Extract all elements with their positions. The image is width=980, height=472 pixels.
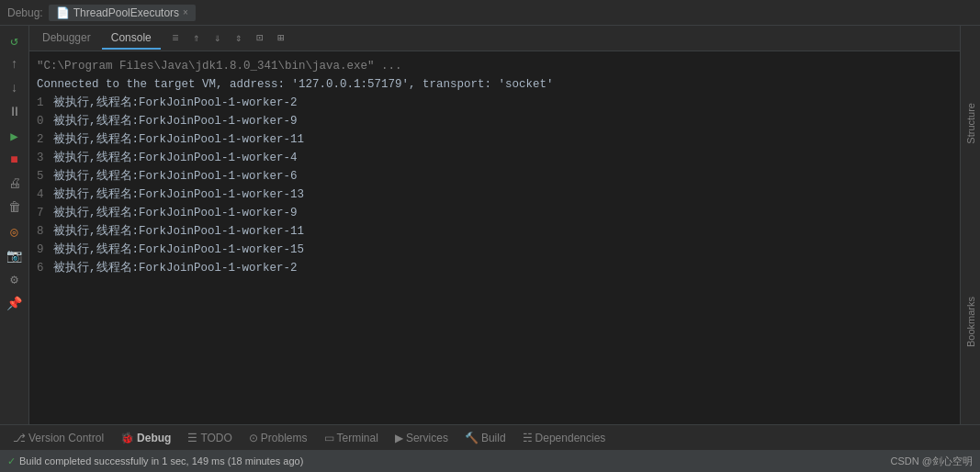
dependencies-icon: ☵ — [523, 432, 533, 444]
gear-icon[interactable]: ⚙ — [4, 268, 26, 290]
menu-icon[interactable]: ≡ — [166, 29, 185, 48]
tab-terminal[interactable]: ▭ Terminal — [317, 429, 386, 447]
panel-tabs-row: Debugger Console ≡ ⇑ ⇓ ⇕ ⊡ ⊞ — [29, 26, 960, 51]
console-line: 5被执行,线程名:ForkJoinPool-1-worker-6 — [37, 167, 952, 185]
tab-services[interactable]: ▶ Services — [388, 429, 456, 447]
debug-panel: Debugger Console ≡ ⇑ ⇓ ⇕ ⊡ ⊞ "C:\Program… — [29, 26, 960, 424]
debug-tab-label: Debug — [137, 432, 171, 444]
bookmarks-panel-label[interactable]: Bookmarks — [965, 289, 976, 354]
print-button[interactable]: 🖨 — [4, 173, 26, 195]
status-text: ✓ Build completed successfully in 1 sec,… — [7, 455, 303, 467]
problems-icon: ⊙ — [249, 432, 258, 444]
tab-dependencies[interactable]: ☵ Dependencies — [515, 429, 614, 447]
console-line: 7被执行,线程名:ForkJoinPool-1-worker-9 — [37, 204, 952, 222]
dependencies-label: Dependencies — [535, 432, 606, 444]
tab-debug[interactable]: 🐞 Debug — [113, 429, 178, 447]
tab-icon-group: ≡ ⇑ ⇓ ⇕ ⊡ ⊞ — [166, 29, 290, 48]
console-line: Connected to the target VM, address: '12… — [37, 75, 952, 94]
build-label: Build — [481, 432, 506, 444]
console-line: 9被执行,线程名:ForkJoinPool-1-worker-15 — [37, 241, 952, 259]
todo-icon: ☰ — [187, 432, 197, 444]
debug-label: Debug: — [7, 6, 43, 19]
stop-button[interactable]: ■ — [4, 149, 26, 171]
console-line: 0被执行,线程名:ForkJoinPool-1-worker-9 — [37, 112, 952, 130]
problems-label: Problems — [261, 432, 308, 444]
scroll-up-icon[interactable]: ⇑ — [187, 29, 206, 48]
tab-console[interactable]: Console — [102, 28, 161, 50]
scroll-down-icon[interactable]: ⇓ — [208, 29, 227, 48]
tab-file-icon: 📄 — [56, 6, 70, 19]
branding-text: CSDN @剑心空明 — [891, 455, 973, 468]
tab-debugger[interactable]: Debugger — [33, 28, 100, 50]
tab-problems[interactable]: ⊙ Problems — [242, 429, 315, 447]
debug-bar: Debug: 📄 ThreadPoolExecutors × — [0, 0, 980, 26]
both-scroll-icon[interactable]: ⇕ — [230, 29, 248, 48]
delete-button[interactable]: 🗑 — [4, 197, 26, 219]
layout-icon2[interactable]: ⊞ — [272, 29, 290, 48]
resume-button[interactable]: ▶ — [4, 125, 26, 147]
console-line: 3被执行,线程名:ForkJoinPool-1-worker-4 — [37, 149, 952, 167]
debug-tab-icon: 🐞 — [120, 432, 134, 444]
tab-name: ThreadPoolExecutors — [73, 6, 179, 19]
console-line: 4被执行,线程名:ForkJoinPool-1-worker-13 — [37, 185, 952, 204]
console-output[interactable]: "C:\Program Files\Java\jdk1.8.0_341\bin\… — [29, 51, 960, 424]
console-line: 1被执行,线程名:ForkJoinPool-1-worker-2 — [37, 94, 952, 112]
tab-version-control[interactable]: ⎇ Version Control — [6, 429, 111, 447]
scroll-down-button[interactable]: ↓ — [4, 77, 26, 99]
tab-todo[interactable]: ☰ TODO — [180, 429, 239, 447]
services-icon: ▶ — [395, 432, 403, 444]
terminal-label: Terminal — [337, 432, 378, 444]
pin-icon[interactable]: 📌 — [4, 292, 26, 314]
console-line: 8被执行,线程名:ForkJoinPool-1-worker-11 — [37, 222, 952, 241]
console-line: "C:\Program Files\Java\jdk1.8.0_341\bin\… — [37, 57, 952, 75]
bottom-tabs-bar: ⎇ Version Control 🐞 Debug ☰ TODO ⊙ Probl… — [0, 424, 980, 450]
settings-button[interactable]: ◎ — [4, 220, 26, 242]
build-status-icon: ✓ — [7, 455, 16, 467]
camera-button[interactable]: 📷 — [4, 244, 26, 266]
build-status-message: Build completed successfully in 1 sec, 1… — [19, 455, 303, 466]
console-line: 2被执行,线程名:ForkJoinPool-1-worker-11 — [37, 130, 952, 149]
version-control-label: Version Control — [28, 432, 104, 444]
tab-close-btn[interactable]: × — [183, 7, 188, 17]
version-control-icon: ⎇ — [13, 432, 26, 444]
status-bar: ✓ Build completed successfully in 1 sec,… — [0, 450, 980, 472]
services-label: Services — [406, 432, 448, 444]
console-line: 6被执行,线程名:ForkJoinPool-1-worker-2 — [37, 259, 952, 277]
build-icon: 🔨 — [465, 432, 479, 444]
main-area: ↺ ↑ ↓ ⏸ ▶ ■ 🖨 🗑 ◎ 📷 ⚙ 📌 Debugger Console… — [0, 26, 980, 424]
thread-pool-tab[interactable]: 📄 ThreadPoolExecutors × — [49, 5, 196, 21]
todo-label: TODO — [200, 432, 231, 444]
layout-icon1[interactable]: ⊡ — [251, 29, 269, 48]
terminal-icon: ▭ — [324, 432, 334, 444]
right-side-panel: Structure Bookmarks — [960, 26, 980, 424]
pause-button[interactable]: ⏸ — [4, 101, 26, 123]
tab-build[interactable]: 🔨 Build — [457, 429, 513, 447]
left-toolbar: ↺ ↑ ↓ ⏸ ▶ ■ 🖨 🗑 ◎ 📷 ⚙ 📌 — [0, 26, 29, 424]
structure-panel-label[interactable]: Structure — [965, 96, 976, 152]
scroll-up-button[interactable]: ↑ — [4, 53, 26, 75]
rerun-button[interactable]: ↺ — [4, 29, 26, 51]
